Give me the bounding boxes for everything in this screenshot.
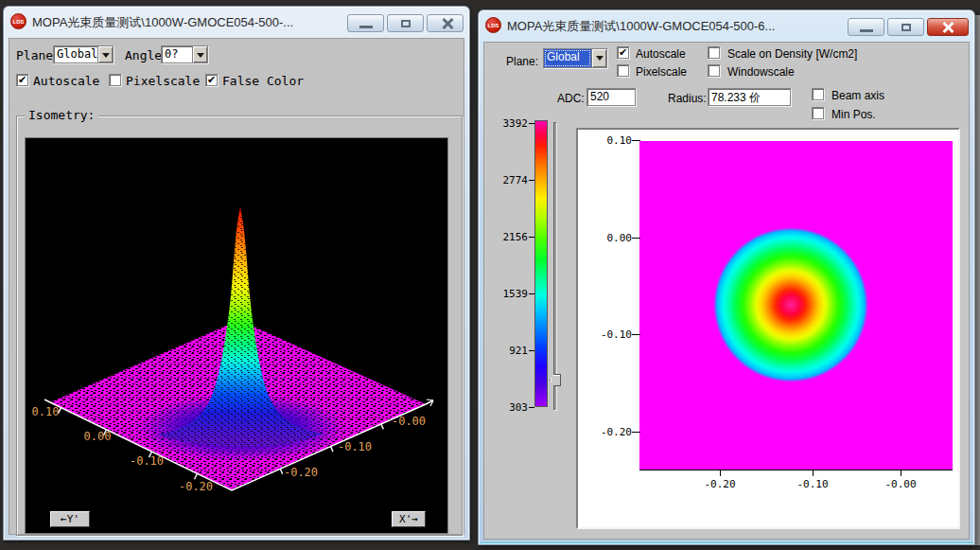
colorbar-tick: 921 bbox=[492, 345, 534, 356]
adc-input[interactable]: 520 bbox=[586, 88, 636, 106]
false-color-checkbox[interactable]: ✔ bbox=[205, 74, 218, 86]
isometry-3d-plot: 0.10 0.00 -0.10 -0.20 -0.00 -0.10 -0.20 … bbox=[25, 137, 448, 534]
x-axis-direction-button[interactable]: X'→ bbox=[392, 511, 426, 527]
y-axis-direction-button[interactable]: ←Y' bbox=[50, 511, 90, 527]
beam-profile-panel: 0.10 0.00 -0.10 -0.20 -0.20 -0.10 -0.00 bbox=[576, 128, 960, 529]
left-client-area: Plane: Global Angle: 0? ✔ Autoscale Pixe… bbox=[9, 38, 464, 535]
pixelscale-checkbox[interactable] bbox=[109, 74, 121, 86]
plane-value: Global bbox=[544, 49, 591, 67]
x-axis-label: -0.10 bbox=[789, 478, 836, 489]
colorbar-tick: 1539 bbox=[492, 288, 534, 299]
svg-text:-0.10: -0.10 bbox=[338, 440, 372, 453]
svg-text:0.00: 0.00 bbox=[84, 430, 112, 443]
minimize-icon bbox=[860, 29, 873, 32]
false-color-label: False Color bbox=[222, 74, 304, 88]
beam-profile-heatmap bbox=[639, 141, 953, 470]
isometry-surface: 0.10 0.00 -0.10 -0.20 -0.00 -0.10 -0.20 bbox=[26, 138, 447, 533]
false-color-window: LDS MOPA光束质量测试\1000W-GMOCE054-500-6... P… bbox=[478, 9, 975, 545]
lds-app-icon: LDS bbox=[10, 13, 26, 29]
y-axis-label: 0.00 bbox=[590, 232, 632, 243]
left-titlebar[interactable]: LDS MOPA光束质量测试\1000W-GMOCE054-500-... bbox=[8, 10, 465, 37]
beam-spot bbox=[715, 229, 866, 381]
autoscale-label: Autoscale bbox=[33, 74, 99, 88]
restore-icon bbox=[401, 20, 411, 27]
windowscale-checkbox[interactable] bbox=[708, 64, 720, 77]
colorbar-tick: 3392 bbox=[492, 117, 534, 129]
y-axis-label: 0.10 bbox=[590, 134, 632, 146]
plane-dropdown[interactable]: Global bbox=[53, 45, 114, 63]
x-axis-label: -0.00 bbox=[877, 478, 924, 489]
y-axis-label: -0.20 bbox=[590, 426, 632, 437]
isometry-groupbox: Isometry: bbox=[16, 115, 463, 536]
close-icon bbox=[441, 18, 454, 29]
radius-input[interactable]: 78.233 价 bbox=[708, 88, 791, 106]
angle-value: 0? bbox=[162, 46, 192, 62]
beam-axis-checkbox[interactable] bbox=[812, 88, 824, 100]
scale-on-density-checkbox[interactable] bbox=[708, 46, 720, 59]
isometry-window: LDS MOPA光束质量测试\1000W-GMOCE054-500-... Pl… bbox=[3, 6, 470, 541]
plane-label: Plane: bbox=[506, 55, 538, 68]
svg-text:-0.20: -0.20 bbox=[284, 466, 318, 479]
x-tick bbox=[720, 470, 721, 476]
chevron-down-icon[interactable] bbox=[97, 46, 113, 62]
beam-axis-label: Beam axis bbox=[831, 89, 884, 102]
close-button[interactable] bbox=[427, 14, 464, 32]
minimize-icon bbox=[359, 26, 373, 28]
colorbar-tick: 2156 bbox=[492, 231, 534, 242]
autoscale-label: Autoscale bbox=[636, 47, 686, 61]
intensity-colorbar bbox=[534, 120, 548, 407]
restore-icon bbox=[901, 24, 911, 31]
min-pos-label: Min Pos. bbox=[831, 108, 876, 121]
close-button[interactable] bbox=[927, 18, 969, 36]
y-axis-label: -0.10 bbox=[590, 328, 632, 340]
plane-dropdown[interactable]: Global bbox=[543, 48, 607, 68]
adc-label: ADC: bbox=[557, 92, 585, 105]
y-tick bbox=[632, 432, 640, 433]
svg-text:0.10: 0.10 bbox=[32, 405, 60, 418]
min-pos-checkbox[interactable] bbox=[812, 107, 824, 119]
colorbar-tick: 2774 bbox=[492, 174, 534, 186]
minimize-button[interactable] bbox=[347, 14, 384, 32]
angle-dropdown[interactable]: 0? bbox=[161, 45, 208, 63]
autoscale-checkbox[interactable]: ✔ bbox=[617, 46, 629, 59]
scale-on-density-label: Scale on Density [W/cm2] bbox=[727, 47, 857, 61]
scale-slider-track[interactable] bbox=[553, 122, 556, 410]
close-icon bbox=[941, 22, 954, 33]
scale-slider-thumb[interactable] bbox=[550, 374, 561, 386]
minimize-button[interactable] bbox=[848, 18, 884, 36]
right-window-title: MOPA光束质量测试\1000W-GMOCE054-500-6... bbox=[507, 18, 775, 35]
pixelscale-label: Pixelscale bbox=[126, 74, 200, 88]
radius-label: Radius: bbox=[668, 92, 707, 105]
svg-text:-0.20: -0.20 bbox=[179, 480, 213, 493]
y-tick bbox=[632, 334, 640, 335]
chevron-down-icon[interactable] bbox=[192, 46, 207, 62]
windowscale-label: Windowscale bbox=[727, 65, 795, 79]
x-axis-label: -0.20 bbox=[696, 478, 744, 489]
left-window-title: MOPA光束质量测试\1000W-GMOCE054-500-... bbox=[32, 14, 293, 31]
right-client-area: Plane: Global ✔ Autoscale Pixelscale Sca… bbox=[483, 42, 970, 540]
plane-value: Global bbox=[54, 46, 97, 62]
restore-button[interactable] bbox=[387, 14, 424, 32]
pixelscale-checkbox[interactable] bbox=[617, 64, 629, 77]
lds-app-icon: LDS bbox=[485, 17, 501, 33]
x-tick bbox=[813, 470, 814, 476]
x-tick bbox=[901, 470, 901, 476]
y-tick bbox=[632, 238, 640, 239]
chevron-down-icon[interactable] bbox=[591, 49, 606, 67]
svg-text:-0.00: -0.00 bbox=[392, 415, 426, 428]
svg-text:-0.10: -0.10 bbox=[130, 454, 164, 468]
pixelscale-label: Pixelscale bbox=[636, 65, 687, 79]
isometry-groupbox-label: Isometry: bbox=[25, 108, 98, 122]
restore-button[interactable] bbox=[887, 18, 924, 36]
autoscale-checkbox[interactable]: ✔ bbox=[16, 74, 28, 86]
colorbar-tick: 303 bbox=[492, 401, 534, 413]
y-tick bbox=[632, 140, 640, 141]
right-titlebar[interactable]: LDS MOPA光束质量测试\1000W-GMOCE054-500-6... bbox=[482, 14, 971, 41]
